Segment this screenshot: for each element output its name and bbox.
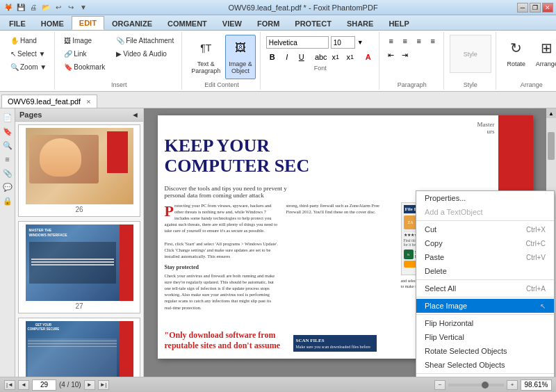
tab-home[interactable]: HOME <box>33 17 72 30</box>
nav-next-button[interactable]: ► <box>84 380 95 390</box>
save-icon[interactable]: 💾 <box>15 2 26 13</box>
minimize-button[interactable]: ─ <box>517 3 528 13</box>
ctx-cut[interactable]: Cut Ctrl+X <box>416 222 554 236</box>
ctx-sep5 <box>416 373 554 374</box>
sidebar-search-icon[interactable]: 🔍 <box>1 139 14 152</box>
print-icon[interactable]: 🖨 <box>28 2 39 13</box>
zoom-tool-button[interactable]: 🔍 Zoom ▼ <box>7 61 50 73</box>
ctx-rotate-selected[interactable]: Rotate Selected Objects <box>416 344 554 358</box>
ctx-place-image[interactable]: Place Image ↖ <box>416 299 554 313</box>
page-26-number: 26 <box>75 206 83 213</box>
page-number-input[interactable] <box>32 379 56 391</box>
align-left-button[interactable]: ≡ <box>385 35 398 47</box>
page-thumb-26[interactable]: 26 <box>18 124 140 217</box>
pages-label: Pages <box>19 111 42 119</box>
file-attachment-button[interactable]: 📎 File Attachment <box>113 35 177 47</box>
scroll-up-button[interactable]: ▲ <box>546 108 556 118</box>
pdf-viewer-container: Master urs KEEP YOURCOMPUTER SEC Discove… <box>144 108 556 377</box>
dropdown-icon[interactable]: ▼ <box>78 2 89 13</box>
ctx-shear-selected[interactable]: Shear Selected Objects <box>416 358 554 372</box>
page-thumb-28[interactable]: GET YOURCOMPUTER SECURE 28 <box>18 318 140 377</box>
ctx-delete-label: Delete <box>425 267 447 275</box>
strikethrough-button[interactable]: abc <box>315 51 327 63</box>
ctx-sep1 <box>416 220 554 221</box>
italic-button[interactable]: I <box>281 51 293 63</box>
subscript-button[interactable]: x1 <box>344 51 357 63</box>
bookmark-button[interactable]: 🔖 Bookmark <box>60 61 108 73</box>
sidebar-bookmarks-icon[interactable]: 🔖 <box>1 125 14 138</box>
ribbon-group-font: ▼ B I U abc x1 x1 A Font <box>262 32 379 90</box>
superscript-button[interactable]: x1 <box>329 51 342 63</box>
page-thumb-27[interactable]: MASTER THEWINDOWS INTERFACE 27 <box>18 221 140 313</box>
ctx-properties-label: Properties... <box>425 194 466 202</box>
rotate-button[interactable]: ↻ Rotate <box>502 35 531 79</box>
tab-edit[interactable]: EDIT <box>72 16 104 30</box>
underline-button[interactable]: U <box>295 51 308 63</box>
pdf-main-title: KEEP YOURCOMPUTER SEC <box>165 136 495 176</box>
font-name-input[interactable] <box>266 36 329 49</box>
arrange-button[interactable]: ⊞ Arrange <box>532 35 556 79</box>
sidebar-security-icon[interactable]: 🔒 <box>1 195 14 207</box>
zoom-in-button[interactable]: + <box>507 380 518 390</box>
nav-first-button[interactable]: |◄ <box>4 380 15 390</box>
zoom-input[interactable] <box>521 379 552 391</box>
font-size-dropdown-icon[interactable]: ▼ <box>357 39 363 46</box>
sidebar-comments-icon[interactable]: 💬 <box>1 181 14 193</box>
ctx-rotate-selected-label: Rotate Selected Objects <box>425 347 507 355</box>
open-icon[interactable]: 📂 <box>40 2 51 13</box>
ctx-copy-shortcut: Ctrl+C <box>525 240 546 247</box>
image-object-button[interactable]: 🖼 Image &Object <box>225 35 256 79</box>
select-tool-button[interactable]: ↖ Select ▼ <box>7 48 50 60</box>
ribbon-group-mode: ✋ Hand ↖ Select ▼ 🔍 Zoom ▼ <box>3 32 55 90</box>
quick-access-toolbar: 🦊 💾 🖨 📂 ↩ ↪ ▼ <box>3 2 89 13</box>
tab-view[interactable]: VIEW <box>215 17 250 30</box>
document-tab[interactable]: OWV69.lead_feat.pdf × <box>1 95 97 108</box>
tab-protect[interactable]: PROTECT <box>287 17 339 30</box>
redo-icon[interactable]: ↪ <box>65 2 76 13</box>
align-center-button[interactable]: ≡ <box>399 35 411 47</box>
left-sidebar: 📄 🔖 🔍 ≡ 📎 💬 🔒 <box>0 108 15 377</box>
window-controls: ─ ❐ ✕ <box>517 3 553 13</box>
undo-icon[interactable]: ↩ <box>53 2 64 13</box>
ctx-place-image-label: Place Image <box>425 302 467 310</box>
text-paragraph-button[interactable]: ¶T Text &Paragraph <box>188 35 224 79</box>
nav-last-button[interactable]: ►| <box>98 380 109 390</box>
ctx-delete[interactable]: Delete <box>416 264 554 278</box>
sidebar-attachments-icon[interactable]: 📎 <box>1 167 14 179</box>
tab-form[interactable]: FORM <box>250 17 287 30</box>
tab-comment[interactable]: COMMENT <box>160 17 215 30</box>
align-justify-button[interactable]: ≡ <box>427 35 439 47</box>
mode-group-content: ✋ Hand ↖ Select ▼ 🔍 Zoom ▼ <box>7 33 50 87</box>
zoom-slider[interactable] <box>448 384 504 386</box>
bold-button[interactable]: B <box>266 51 279 63</box>
restore-button[interactable]: ❐ <box>530 3 541 13</box>
ctx-flip-horizontal[interactable]: Flip Horizontal <box>416 316 554 330</box>
zoom-out-button[interactable]: − <box>434 380 445 390</box>
nav-prev-button[interactable]: ◄ <box>18 380 29 390</box>
pages-collapse-button[interactable]: ◄ <box>131 111 139 119</box>
ctx-select-all[interactable]: Select All Ctrl+A <box>416 281 554 295</box>
close-button[interactable]: ✕ <box>542 3 553 13</box>
indent-decrease-button[interactable]: ⇤ <box>385 49 398 61</box>
ctx-set-background[interactable]: Set to Background <box>416 375 554 377</box>
tab-file[interactable]: FILE <box>1 17 33 30</box>
video-audio-button[interactable]: ▶ Video & Audio <box>113 48 177 60</box>
tab-share[interactable]: SHARE <box>339 17 382 30</box>
image-insert-button[interactable]: 🖼 Image <box>60 35 108 47</box>
tab-help[interactable]: HELP <box>381 17 416 30</box>
font-color-button[interactable]: A <box>362 51 375 63</box>
scroll-thumb[interactable] <box>548 132 555 160</box>
ctx-paste[interactable]: Paste Ctrl+V <box>416 250 554 264</box>
sidebar-pages-icon[interactable]: 📄 <box>1 111 14 124</box>
ctx-flip-vertical[interactable]: Flip Vertical <box>416 330 554 344</box>
ctx-copy[interactable]: Copy Ctrl+C <box>416 236 554 250</box>
ctx-properties[interactable]: Properties... <box>416 191 554 205</box>
link-button[interactable]: 🔗 Link <box>60 48 108 60</box>
tab-organize[interactable]: ORGANIZE <box>104 17 160 30</box>
font-size-input[interactable] <box>331 36 355 49</box>
hand-tool-button[interactable]: ✋ Hand <box>7 35 50 47</box>
document-tab-close[interactable]: × <box>86 97 90 106</box>
sidebar-layers-icon[interactable]: ≡ <box>1 153 14 165</box>
align-right-button[interactable]: ≡ <box>413 35 425 47</box>
indent-increase-button[interactable]: ⇥ <box>399 49 411 61</box>
